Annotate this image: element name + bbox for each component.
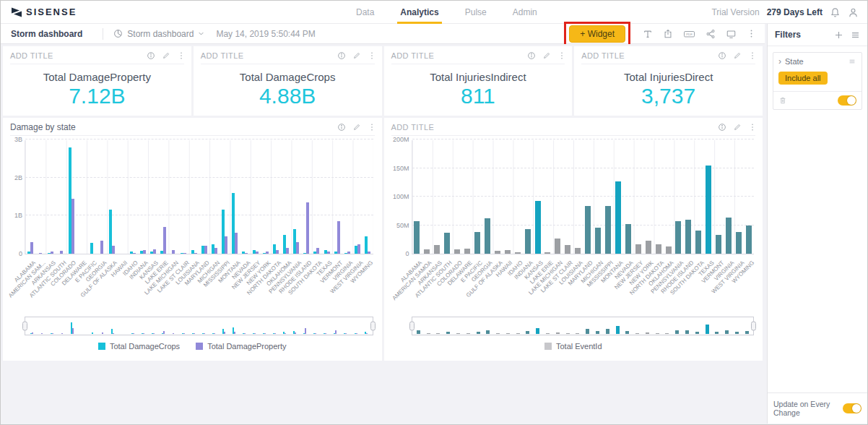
bar[interactable]	[235, 233, 238, 254]
bar-group-lake-erie[interactable]	[158, 140, 168, 254]
bar-group-alabama[interactable]	[25, 140, 35, 254]
bar[interactable]	[695, 231, 701, 254]
range-navigator[interactable]	[25, 317, 373, 335]
bar[interactable]	[90, 243, 93, 254]
bar-group-maryland[interactable]	[583, 140, 593, 254]
bar[interactable]	[51, 252, 53, 254]
bar-group-pennsylvania[interactable]	[673, 140, 683, 254]
bar[interactable]	[746, 226, 752, 254]
bar-group-mississippi[interactable]	[220, 140, 230, 254]
widget-title-placeholder[interactable]: ADD TITLE	[391, 51, 528, 60]
bar[interactable]	[225, 236, 227, 254]
trash-icon[interactable]	[778, 96, 787, 105]
widget-title-placeholder[interactable]: ADD TITLE	[581, 51, 718, 60]
bar[interactable]	[444, 233, 450, 254]
bar[interactable]	[706, 166, 711, 254]
bar-group-west-virginia[interactable]	[734, 140, 744, 254]
bar[interactable]	[276, 250, 279, 254]
bar-group-rhode-island[interactable]	[301, 140, 311, 254]
info-icon[interactable]	[337, 51, 346, 60]
tab-pulse[interactable]: Pulse	[462, 1, 490, 24]
bar-group-pennsylvania[interactable]	[291, 140, 301, 254]
bar[interactable]	[736, 232, 742, 254]
bar-group-nevada[interactable]	[623, 140, 633, 254]
tv-display-icon[interactable]	[726, 29, 737, 39]
widget-title-placeholder[interactable]: ADD TITLE	[201, 51, 337, 60]
bar-group-louisiana[interactable]	[189, 140, 199, 254]
bar-group-new-york[interactable]	[261, 140, 271, 254]
bar-group-virginia[interactable]	[342, 140, 352, 254]
breadcrumb[interactable]: Storm dashboard	[11, 29, 82, 39]
tab-data[interactable]: Data	[353, 1, 377, 24]
bar[interactable]	[515, 252, 521, 254]
bar[interactable]	[485, 218, 490, 254]
bar[interactable]	[204, 246, 207, 254]
bar-group-michigan[interactable]	[593, 140, 603, 254]
bar[interactable]	[555, 239, 560, 254]
notifications-bell-icon[interactable]	[830, 7, 841, 18]
edit-pencil-icon[interactable]	[352, 51, 361, 60]
bar[interactable]	[565, 245, 570, 254]
bar-group-american-sam-[interactable]	[35, 140, 45, 254]
bar-group-texas[interactable]	[703, 140, 713, 254]
widget-menu-icon[interactable]	[748, 123, 757, 132]
add-widget-button[interactable]: + Widget	[569, 25, 625, 43]
bar[interactable]	[646, 241, 651, 254]
bar-group-e-pacific[interactable]	[87, 140, 97, 254]
sisense-logo[interactable]: SISENSE	[11, 7, 77, 18]
tab-admin[interactable]: Admin	[510, 1, 540, 24]
bar-group-lake-st-clair[interactable]	[178, 140, 188, 254]
bar[interactable]	[245, 253, 248, 254]
bar[interactable]	[575, 248, 581, 254]
bar-group-arkansas[interactable]	[45, 140, 56, 254]
bar-group-north-dakota[interactable]	[654, 140, 664, 254]
bar-group-kansas[interactable]	[533, 140, 543, 254]
bar[interactable]	[615, 181, 621, 254]
bar-group-vermont[interactable]	[713, 140, 724, 254]
bar[interactable]	[163, 227, 166, 254]
bar-group-gulf-of-alaska[interactable]	[492, 140, 503, 254]
bar-group-hawaii[interactable]	[117, 140, 127, 254]
widget-menu-icon[interactable]	[368, 123, 376, 132]
legend-item[interactable]: Total DamageCrops	[98, 342, 180, 351]
bar-group-idaho[interactable]	[513, 140, 523, 254]
more-options-icon[interactable]	[747, 29, 756, 38]
bar[interactable]	[585, 206, 591, 254]
edit-pencil-icon[interactable]	[162, 51, 170, 60]
bar-group-delaware[interactable]	[462, 140, 472, 254]
bar-group-mississippi[interactable]	[603, 140, 613, 254]
bar[interactable]	[625, 224, 631, 254]
navigator-right-handle[interactable]	[370, 322, 376, 331]
bar[interactable]	[214, 248, 217, 254]
export-image-icon[interactable]	[663, 29, 673, 39]
bar-group-rhode-island[interactable]	[683, 140, 693, 254]
widget-title-placeholder[interactable]: ADD TITLE	[10, 51, 147, 60]
bar-group-louisiana[interactable]	[573, 140, 583, 254]
bar-group-lake-michigan[interactable]	[552, 140, 563, 254]
bar-group-idaho[interactable]	[128, 140, 138, 254]
bar[interactable]	[495, 251, 500, 254]
bar-group-lake-st-clair[interactable]	[563, 140, 573, 254]
widget-menu-icon[interactable]	[177, 51, 186, 60]
text-widget-icon[interactable]	[643, 29, 653, 39]
share-icon[interactable]	[706, 29, 716, 39]
bar-group-virginia[interactable]	[724, 140, 734, 254]
bar-group-wyoming[interactable]	[744, 140, 754, 254]
edit-pencil-icon[interactable]	[352, 123, 361, 132]
bar-group-colorado[interactable]	[66, 140, 77, 254]
bar-group-oklahoma[interactable]	[664, 140, 674, 254]
bar[interactable]	[414, 221, 420, 254]
bar-group-texas[interactable]	[322, 140, 332, 254]
bar[interactable]	[666, 246, 672, 254]
bar-group-oklahoma[interactable]	[281, 140, 291, 254]
filter-drag-handle-icon[interactable]	[848, 57, 856, 66]
bar[interactable]	[595, 228, 601, 254]
bar[interactable]	[71, 199, 74, 254]
bar-group-colorado[interactable]	[452, 140, 462, 254]
bar[interactable]	[605, 206, 611, 254]
bar-group-arkansas[interactable]	[432, 140, 442, 254]
navigator-right-handle[interactable]	[751, 322, 756, 331]
widget-menu-icon[interactable]	[557, 51, 566, 60]
bar[interactable]	[464, 249, 470, 254]
bar[interactable]	[454, 249, 460, 254]
